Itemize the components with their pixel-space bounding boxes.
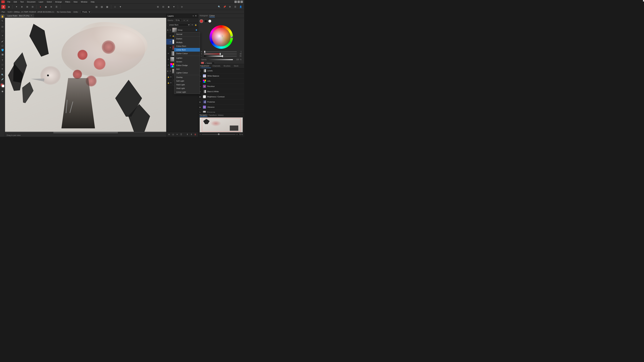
toolbar-right-btn[interactable]: ☰ bbox=[233, 5, 238, 9]
canvas-hscroll-thumb[interactable] bbox=[53, 132, 118, 133]
background-color[interactable] bbox=[2, 85, 4, 87]
navigator-preview[interactable] bbox=[200, 117, 243, 132]
tool-pen[interactable]: ✒ bbox=[0, 67, 4, 71]
tool-paint[interactable]: 🖌 bbox=[0, 39, 4, 43]
layer-add-btn[interactable]: ⊕ bbox=[167, 133, 171, 136]
nav-tab-navigator[interactable]: Navigator bbox=[200, 114, 208, 117]
blend-overlay[interactable]: Overlay bbox=[174, 75, 198, 79]
adj-white-balance[interactable]: ▶ ☀ White Balance bbox=[198, 73, 244, 79]
toolbar-snap-btn[interactable]: ⊟ bbox=[161, 5, 165, 9]
layer-arrange-up[interactable]: ⬆ bbox=[186, 133, 189, 136]
layer-blend-btn[interactable]: ☰ bbox=[180, 133, 183, 136]
toolbar-btn-1[interactable]: ◑ bbox=[6, 5, 11, 9]
layers-close-icon[interactable]: ✕ bbox=[195, 14, 197, 17]
toolbar-frame-dropdown[interactable]: ▼ bbox=[118, 5, 122, 9]
adj-exposure[interactable]: ▶ ◎ Exposure bbox=[198, 110, 244, 112]
layer-group-btn[interactable]: ◎ bbox=[172, 133, 175, 136]
layer-visibility-toggle[interactable]: 👁 bbox=[191, 23, 194, 26]
layer-vis-8[interactable]: 👁 bbox=[170, 70, 172, 72]
adj-vibrance[interactable]: ▶ ◈ Vibrance bbox=[198, 105, 244, 110]
layer-vis-7[interactable]: 👁 bbox=[167, 64, 170, 66]
hex-input[interactable] bbox=[204, 62, 215, 64]
adj-posterise[interactable]: ▶ ▦ Posterise bbox=[198, 99, 244, 105]
toolbar-macro-btn[interactable]: ◉ bbox=[166, 5, 171, 9]
blend-darker-colour[interactable]: Darker Colour bbox=[174, 52, 198, 55]
menu-document[interactable]: Document bbox=[26, 0, 37, 3]
adj-hsl[interactable]: ▶ HSL bbox=[198, 79, 244, 84]
colour-swatch-dark[interactable] bbox=[204, 19, 207, 23]
tool-zoom[interactable]: 🔍 bbox=[0, 73, 4, 77]
tab-histogram[interactable]: Histogram bbox=[200, 14, 208, 17]
toolbar-frame-btn[interactable]: □ bbox=[113, 5, 117, 9]
tool-fill[interactable]: 🪣 bbox=[0, 48, 4, 52]
tool-gradient[interactable]: ▦ bbox=[0, 52, 4, 56]
hex-colour-preview[interactable] bbox=[201, 62, 204, 64]
adj-bw[interactable]: ▶ ◑ Black & White bbox=[198, 89, 244, 94]
menu-help[interactable]: Help bbox=[90, 0, 96, 3]
menu-select[interactable]: Select bbox=[46, 0, 53, 3]
adj-levels[interactable]: ▶ ▦ Levels bbox=[198, 68, 244, 73]
toolbar-view-btn-1[interactable]: ▤ bbox=[94, 5, 98, 9]
colour-swatch-white[interactable] bbox=[208, 19, 211, 23]
blend-colour-burn[interactable]: Colour Burn bbox=[174, 44, 198, 48]
toolbar-btn-4[interactable]: ⊞ bbox=[25, 5, 29, 9]
blend-mode-select[interactable]: Linear Burn bbox=[167, 23, 190, 26]
menu-file[interactable]: File bbox=[6, 0, 12, 3]
blend-normal[interactable]: Normal bbox=[174, 32, 198, 36]
layer-vis-2[interactable]: 👁 bbox=[170, 35, 172, 37]
tool-erase[interactable]: ◻ bbox=[0, 43, 4, 48]
blend-soft-light[interactable]: Soft Light bbox=[174, 79, 198, 83]
tool-selection[interactable]: ⬚ bbox=[0, 29, 4, 33]
window-close[interactable] bbox=[240, 1, 243, 3]
menu-edit[interactable]: Edit bbox=[12, 0, 18, 3]
blend-multiply[interactable]: Multiply bbox=[174, 40, 198, 44]
layer-lock-toggle[interactable]: 🔒 bbox=[194, 23, 197, 26]
menu-view[interactable]: View bbox=[72, 0, 79, 3]
layer-vis-3[interactable]: 👁 bbox=[170, 41, 172, 43]
layer-vis-5[interactable]: 👁 bbox=[167, 52, 170, 54]
layer-vis-9[interactable]: 👁 bbox=[170, 76, 172, 78]
blend-darken[interactable]: Darken bbox=[174, 37, 198, 40]
layer-delete-btn[interactable]: 🗑 bbox=[194, 133, 197, 136]
tool-pan[interactable]: ✋ bbox=[0, 14, 4, 18]
canvas-area[interactable] bbox=[5, 18, 166, 133]
window-minimize[interactable] bbox=[234, 1, 237, 3]
blend-vivid-light[interactable]: Vivid Light bbox=[174, 86, 198, 90]
menu-text[interactable]: Text bbox=[19, 0, 25, 3]
toolbar-color-btn[interactable]: ● bbox=[38, 5, 42, 9]
toolbar-view-btn-2[interactable]: ▧ bbox=[100, 5, 104, 9]
blend-colour-dodge[interactable]: Colour Dodge bbox=[174, 63, 198, 67]
saturation-bar[interactable] bbox=[204, 53, 237, 54]
tool-shape[interactable]: □ bbox=[0, 62, 4, 66]
canvas-hscroll[interactable] bbox=[5, 132, 166, 133]
opacity-slider[interactable] bbox=[209, 59, 233, 60]
navigator-zoom-slider[interactable] bbox=[202, 134, 236, 135]
document-tab-close[interactable]: ✕ bbox=[31, 15, 32, 16]
zoom-minus[interactable]: − bbox=[200, 133, 201, 136]
menu-layer[interactable]: Layer bbox=[38, 0, 45, 3]
toolbar-btn-2[interactable]: ✦ bbox=[14, 5, 18, 9]
toolbar-settings-btn[interactable]: ⚙ bbox=[228, 5, 232, 9]
nav-tab-transform[interactable]: Transform bbox=[208, 114, 217, 116]
tool-type[interactable]: T bbox=[0, 58, 4, 62]
adj-recolour[interactable]: ▶ ◉ Recolour bbox=[198, 84, 244, 89]
adj-tab-adjustment[interactable]: Adjustment bbox=[198, 64, 211, 68]
toolbar-extra-btn[interactable]: ☰ bbox=[54, 5, 59, 9]
tool-mask[interactable]: ◉ bbox=[0, 89, 4, 93]
blend-lighter-colour[interactable]: Lighter Colour bbox=[174, 71, 198, 75]
color-picker-fg-bg[interactable] bbox=[1, 84, 4, 87]
toolbar-dropdown2[interactable]: ▼ bbox=[172, 5, 176, 9]
layer-vis-4[interactable]: 👁 bbox=[170, 46, 172, 49]
layer-vis-6[interactable]: 👁 bbox=[167, 58, 170, 60]
toolbar-view-btn-3[interactable]: ▦ bbox=[105, 5, 109, 9]
menu-filters[interactable]: Filters bbox=[64, 0, 72, 3]
toolbar-search-btn[interactable]: 🔍 bbox=[217, 5, 221, 9]
persona-icon[interactable]: A bbox=[1, 5, 5, 9]
menu-arrange[interactable]: Arrange bbox=[54, 0, 63, 3]
menu-window[interactable]: Window bbox=[80, 0, 89, 3]
toolbar-btn-5[interactable]: ⊟ bbox=[30, 5, 35, 9]
blend-lighten[interactable]: Lighten bbox=[174, 56, 198, 60]
blend-hard-light[interactable]: Hard Light bbox=[174, 83, 198, 86]
colour-wheel-wrapper[interactable] bbox=[210, 25, 233, 49]
adj-brightness-contrast[interactable]: ▶ ☀ Brightness / Contrast bbox=[198, 94, 244, 99]
